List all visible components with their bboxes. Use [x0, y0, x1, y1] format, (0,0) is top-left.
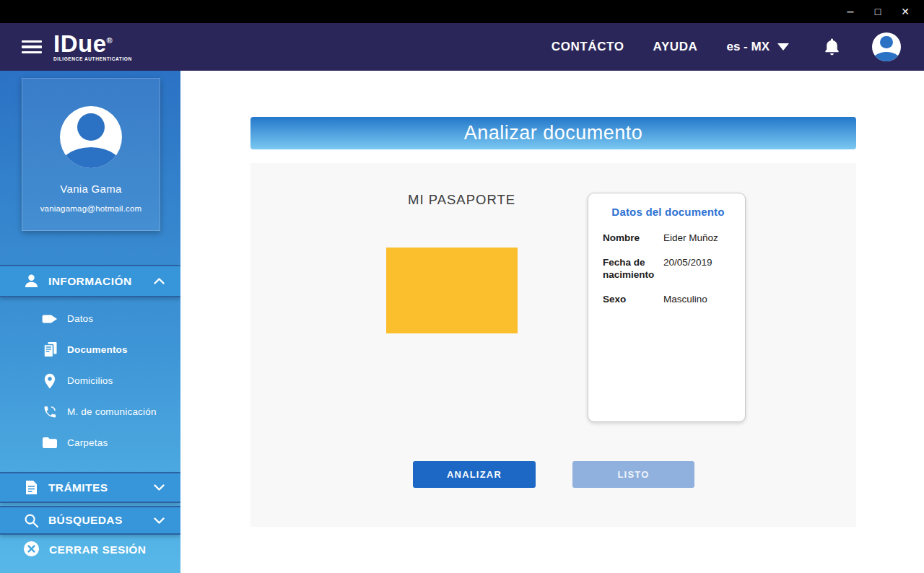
sidebar-item-domicilios[interactable]: Domicilios: [42, 365, 180, 396]
analyze-button[interactable]: ANALIZAR: [413, 461, 536, 488]
menu-icon: [22, 40, 42, 43]
sidebar-item-label: Carpetas: [67, 437, 108, 448]
search-icon: [23, 513, 39, 528]
avatar: [872, 32, 901, 61]
content-panel: MI PASAPORTE Datos del documento Nombre …: [250, 163, 856, 527]
sidebar-item-label: Documentos: [67, 344, 128, 355]
profile-name: Vania Gama: [60, 183, 121, 195]
user-avatar-button[interactable]: [872, 32, 901, 61]
logo-tagline: DILIGENCE AUTHENTICATION: [53, 57, 132, 62]
field-value: Eider Muñoz: [663, 232, 718, 245]
page-title: Analizar documento: [464, 122, 643, 144]
caret-down-icon: [777, 43, 789, 51]
close-circle-icon: [23, 541, 40, 560]
window-titlebar: – □ ✕: [0, 0, 924, 23]
sidebar-nav: INFORMACIÓN Datos: [0, 265, 180, 560]
document-data-card: Datos del documento Nombre Eider Muñoz F…: [588, 193, 746, 422]
app-logo: IDue® DILIGENCE AUTHENTICATION: [53, 32, 132, 62]
nav-link-ayuda[interactable]: AYUDA: [653, 40, 698, 54]
card-arrow-icon: [42, 314, 58, 324]
minimize-button[interactable]: –: [840, 3, 860, 20]
card-title: Datos del documento: [603, 206, 733, 218]
field-row-sexo: Sexo Masculino: [603, 294, 733, 306]
section-label: INFORMACIÓN: [48, 275, 131, 288]
hamburger-menu-button[interactable]: [22, 40, 42, 54]
informacion-subnav: Datos Documentos Domic: [0, 297, 180, 464]
maximize-button[interactable]: □: [868, 3, 888, 20]
language-value: es - MX: [726, 40, 770, 54]
profile-avatar: [60, 106, 122, 168]
location-pin-icon: [42, 373, 58, 389]
field-label: Nombre: [603, 232, 661, 245]
field-label: Fecha de nacimiento: [603, 257, 661, 281]
person-icon: [23, 274, 39, 289]
document-icon: [23, 480, 39, 495]
sidebar-item-documentos[interactable]: Documentos: [42, 334, 180, 365]
phone-icon: [42, 405, 58, 419]
document-preview: [386, 248, 518, 333]
avatar-person-icon: [880, 36, 893, 49]
sidebar-section-informacion[interactable]: INFORMACIÓN: [0, 265, 180, 297]
sidebar-item-label: M. de comunicación: [67, 406, 157, 417]
registered-mark: ®: [107, 36, 113, 45]
documents-icon: [42, 341, 58, 358]
section-label: TRÁMITES: [48, 481, 108, 494]
sidebar-item-carpetas[interactable]: Carpetas: [42, 427, 180, 458]
close-button[interactable]: ✕: [895, 3, 915, 20]
field-value: Masculino: [663, 294, 707, 306]
chevron-down-icon: [154, 517, 165, 524]
logout-button[interactable]: CERRAR SESIÓN: [0, 540, 180, 560]
field-row-fecha-nacimiento: Fecha de nacimiento 20/05/2019: [603, 257, 733, 281]
language-selector[interactable]: es - MX: [726, 40, 789, 54]
sidebar-item-label: Domicilios: [67, 375, 113, 386]
bell-icon: [824, 38, 840, 56]
header-actions: CONTÁCTO AYUDA es - MX: [523, 32, 924, 61]
document-label: MI PASAPORTE: [408, 192, 515, 208]
field-value: 20/05/2019: [663, 257, 712, 281]
sidebar-item-datos[interactable]: Datos: [42, 303, 180, 334]
sidebar-item-comunicacion[interactable]: M. de comunicación: [42, 396, 180, 427]
section-label: BÚSQUEDAS: [48, 514, 123, 527]
sidebar-item-label: Datos: [67, 313, 93, 324]
sidebar: Vania Gama vaniagamag@hotmail.com INFORM…: [0, 71, 180, 573]
profile-card: Vania Gama vaniagamag@hotmail.com: [22, 78, 160, 231]
field-row-nombre: Nombre Eider Muñoz: [603, 232, 733, 245]
chevron-up-icon: [154, 278, 165, 284]
ready-button[interactable]: LISTO: [572, 461, 694, 488]
folder-icon: [42, 437, 58, 449]
logo-title: IDue®: [53, 32, 132, 56]
chevron-down-icon: [154, 484, 165, 491]
notifications-button[interactable]: [824, 38, 840, 56]
app-header: IDue® DILIGENCE AUTHENTICATION CONTÁCTO …: [0, 23, 924, 71]
profile-email: vaniagamag@hotmail.com: [40, 204, 142, 213]
sidebar-section-busquedas[interactable]: BÚSQUEDAS: [0, 506, 180, 535]
logout-label: CERRAR SESIÓN: [49, 543, 146, 556]
sidebar-section-tramites[interactable]: TRÁMITES: [0, 472, 180, 503]
avatar-person-icon: [77, 113, 105, 141]
page-title-banner: Analizar documento: [250, 117, 856, 149]
nav-link-contacto[interactable]: CONTÁCTO: [552, 40, 624, 54]
main-content: Analizar documento MI PASAPORTE Datos de…: [180, 71, 924, 573]
field-label: Sexo: [603, 294, 661, 306]
